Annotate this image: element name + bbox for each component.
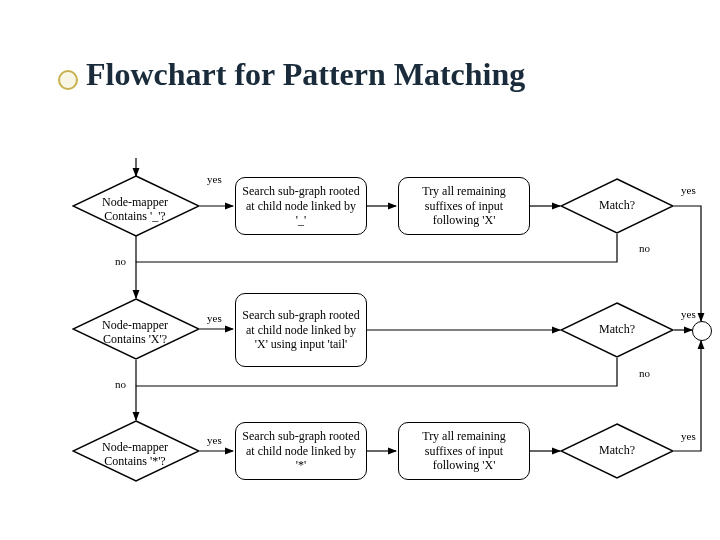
process-search-x: Search sub-graph rooted at child node li… [235, 293, 367, 367]
label-yes: yes [681, 308, 696, 320]
decision-match-1-label: Match? [568, 199, 666, 213]
decision-x-label: Node-mapper Contains 'X'? [85, 319, 185, 347]
decision-match-2-label: Match? [568, 323, 666, 337]
page-title: Flowchart for Pattern Matching [86, 56, 525, 93]
process-search-underscore: Search sub-graph rooted at child node li… [235, 177, 367, 235]
label-yes: yes [207, 312, 222, 324]
label-yes: yes [681, 184, 696, 196]
label-yes: yes [207, 434, 222, 446]
decision-star-label: Node-mapper Contains '*'? [85, 441, 185, 469]
process-try-suffixes-1: Try all remaining suffixes of input foll… [398, 177, 530, 235]
label-no: no [115, 255, 126, 267]
process-search-star: Search sub-graph rooted at child node li… [235, 422, 367, 480]
label-no: no [639, 242, 650, 254]
merge-connector [692, 321, 712, 341]
process-try-suffixes-2: Try all remaining suffixes of input foll… [398, 422, 530, 480]
decision-underscore-label: Node-mapper Contains '_'? [85, 196, 185, 224]
decision-match-3-label: Match? [568, 444, 666, 458]
label-yes: yes [207, 173, 222, 185]
label-yes: yes [681, 430, 696, 442]
slide-bullet [58, 70, 78, 90]
label-no: no [639, 367, 650, 379]
label-no: no [115, 378, 126, 390]
